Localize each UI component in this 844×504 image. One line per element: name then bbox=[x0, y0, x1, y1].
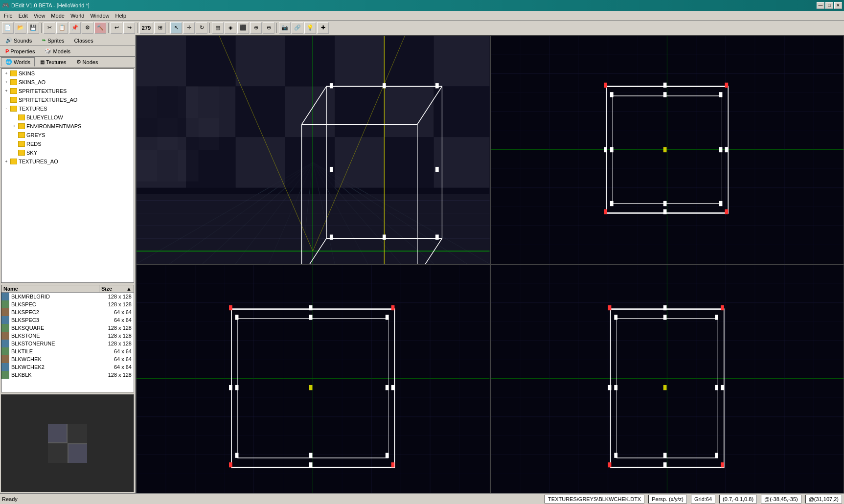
tab-sounds[interactable]: 🔊 Sounds bbox=[1, 36, 36, 45]
toolbar-camera[interactable]: 📷 bbox=[279, 22, 291, 34]
expand-textures-ao[interactable]: + bbox=[2, 158, 10, 165]
tree-view[interactable]: + SKINS + SKINS_AO + SPRITETEXTURES SPRI… bbox=[1, 69, 134, 283]
file-icon bbox=[1, 308, 9, 316]
expand-spritetextures-ao[interactable] bbox=[2, 96, 10, 104]
file-row[interactable]: BLKTILE 64 x 64 bbox=[1, 347, 134, 355]
tab-textures[interactable]: ▦ Textures bbox=[36, 58, 71, 67]
tab-classes[interactable]: Classes bbox=[70, 36, 98, 45]
expand-reds[interactable] bbox=[10, 140, 18, 148]
tab-nodes[interactable]: ⚙ Nodes bbox=[72, 57, 103, 67]
close-button[interactable]: ✕ bbox=[834, 2, 842, 9]
expand-textures[interactable]: - bbox=[2, 105, 10, 113]
svg-rect-119 bbox=[610, 147, 613, 152]
file-size: 128 x 128 bbox=[99, 371, 134, 378]
tab-properties[interactable]: P Properties bbox=[1, 47, 39, 56]
minimize-button[interactable]: — bbox=[817, 2, 824, 9]
tree-item-skins[interactable]: + SKINS bbox=[1, 69, 134, 78]
tree-item-spritetextures-ao[interactable]: SPRITETEXTURES_AO bbox=[1, 95, 134, 104]
expand-skins-ao[interactable]: + bbox=[2, 78, 10, 86]
col-size[interactable]: Size ▲ bbox=[99, 285, 134, 292]
file-row[interactable]: BLKSPEC 128 x 128 bbox=[1, 300, 134, 308]
toolbar-paste[interactable]: 📌 bbox=[69, 22, 81, 34]
viewport-top[interactable] bbox=[490, 35, 844, 264]
expand-greys[interactable] bbox=[10, 131, 18, 139]
menu-help[interactable]: Help bbox=[113, 11, 130, 21]
titlebar-title: DEdit V1.0 BETA - [HelloWorld *] bbox=[11, 2, 90, 8]
tree-item-sky[interactable]: SKY bbox=[1, 148, 134, 157]
file-icon bbox=[1, 347, 9, 355]
toolbar-settings[interactable]: ⚙ bbox=[82, 22, 93, 34]
toolbar-number[interactable]: 279 bbox=[139, 22, 153, 34]
file-row[interactable]: BLKWCHEK 64 x 64 bbox=[1, 355, 134, 363]
titlebar-left: 🎮 DEdit V1.0 BETA - [HelloWorld *] bbox=[2, 2, 90, 9]
menu-view[interactable]: View bbox=[31, 11, 48, 21]
file-row[interactable]: BLKSQUARE 128 x 128 bbox=[1, 324, 134, 332]
toolbar-rotate-tool[interactable]: ↻ bbox=[196, 22, 207, 34]
svg-rect-50 bbox=[384, 87, 433, 137]
tree-item-reds[interactable]: REDS bbox=[1, 139, 134, 148]
file-row[interactable]: BLKSPEC2 64 x 64 bbox=[1, 308, 134, 316]
file-row[interactable]: BLKSTONE 128 x 128 bbox=[1, 332, 134, 340]
viewport-front[interactable] bbox=[136, 264, 490, 493]
viewport-side[interactable] bbox=[490, 264, 844, 493]
toolbar-select[interactable]: ↖ bbox=[170, 22, 182, 34]
toolbar-brush-add[interactable]: ▤ bbox=[212, 22, 224, 34]
toolbar-undo[interactable]: ↩ bbox=[111, 22, 122, 34]
toolbar-grid[interactable]: ⊞ bbox=[154, 22, 166, 34]
menu-file[interactable]: File bbox=[1, 11, 16, 21]
file-name: BLKSPEC bbox=[10, 301, 99, 308]
file-name: BLKMRBLGRID bbox=[10, 293, 99, 300]
textures-icon: ▦ bbox=[40, 59, 45, 65]
file-row[interactable]: BLKMRBLGRID 128 x 128 bbox=[1, 293, 134, 300]
toolbar-crosshair[interactable]: ✚ bbox=[317, 22, 329, 34]
expand-skins[interactable]: + bbox=[2, 69, 10, 77]
file-list[interactable]: Name Size ▲ BLKMRBLGRID 128 x 128 BLKSPE… bbox=[1, 285, 134, 392]
file-row[interactable]: BLKSPEC3 64 x 64 bbox=[1, 316, 134, 324]
expand-spritetextures[interactable]: + bbox=[2, 87, 10, 95]
expand-blueyellow[interactable] bbox=[10, 114, 18, 121]
toolbar-new[interactable]: 📄 bbox=[2, 22, 14, 34]
expand-sky[interactable] bbox=[10, 149, 18, 157]
toolbar-face[interactable]: ⬛ bbox=[237, 22, 249, 34]
file-name: BLKSTONERUNE bbox=[10, 340, 99, 347]
menubar: File Edit View Mode World Window Help bbox=[0, 11, 844, 21]
expand-environmentmaps[interactable]: + bbox=[10, 122, 18, 130]
titlebar-controls[interactable]: — □ ✕ bbox=[817, 2, 842, 9]
menu-mode[interactable]: Mode bbox=[48, 11, 68, 21]
toolbar-copy[interactable]: 📋 bbox=[56, 22, 68, 34]
svg-rect-54 bbox=[236, 137, 285, 188]
toolbar-open[interactable]: 📂 bbox=[15, 22, 26, 34]
tab-sprites[interactable]: ❧ Sprites bbox=[37, 36, 68, 45]
toolbar-vertex[interactable]: ◈ bbox=[225, 22, 236, 34]
menu-window[interactable]: Window bbox=[87, 11, 112, 21]
tree-item-textures[interactable]: - TEXTURES bbox=[1, 104, 134, 113]
svg-rect-152 bbox=[229, 462, 232, 467]
toolbar-redo[interactable]: ↪ bbox=[123, 22, 135, 34]
menu-edit[interactable]: Edit bbox=[16, 11, 31, 21]
toolbar-cut[interactable]: ✂ bbox=[44, 22, 55, 34]
tree-item-skins-ao[interactable]: + SKINS_AO bbox=[1, 78, 134, 87]
file-row[interactable]: BLKWCHEK2 64 x 64 bbox=[1, 363, 134, 371]
tree-item-spritetextures[interactable]: + SPRITETEXTURES bbox=[1, 87, 134, 95]
viewport-perspective[interactable] bbox=[136, 35, 490, 264]
tree-item-greys[interactable]: GREYS bbox=[1, 131, 134, 139]
toolbar-snap[interactable]: 🔗 bbox=[292, 22, 303, 34]
toolbar-move[interactable]: ✛ bbox=[183, 22, 195, 34]
tab-models[interactable]: 🎲 Models bbox=[40, 46, 74, 56]
menu-world[interactable]: World bbox=[68, 11, 88, 21]
file-row[interactable]: BLKSTONERUNE 128 x 128 bbox=[1, 340, 134, 347]
toolbar-compile[interactable]: 🔨 bbox=[94, 22, 106, 34]
tab-worlds[interactable]: 🌐 Worlds bbox=[1, 57, 35, 67]
toolbar-save[interactable]: 💾 bbox=[27, 22, 39, 34]
tree-item-blueyellow[interactable]: BLUEYELLOW bbox=[1, 113, 134, 122]
toolbar-csg[interactable]: ⊕ bbox=[250, 22, 262, 34]
toolbar-light[interactable]: 💡 bbox=[304, 22, 316, 34]
svg-rect-196 bbox=[663, 305, 666, 310]
col-name[interactable]: Name bbox=[1, 285, 99, 292]
file-row[interactable]: BLKBLK 128 x 128 bbox=[1, 371, 134, 379]
tree-item-environmentmaps[interactable]: + ENVIRONMENTMAPS bbox=[1, 122, 134, 131]
folder-icon-spritetextures-ao bbox=[10, 97, 17, 103]
toolbar-csg2[interactable]: ⊖ bbox=[263, 22, 274, 34]
maximize-button[interactable]: □ bbox=[825, 2, 833, 9]
tree-item-textures-ao[interactable]: + TEXTURES_AO bbox=[1, 157, 134, 166]
